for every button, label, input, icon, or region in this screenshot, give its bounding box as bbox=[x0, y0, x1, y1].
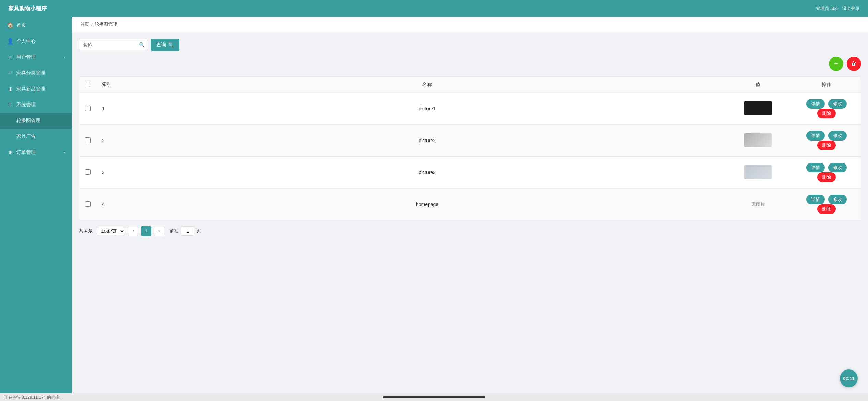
thumbnail-image bbox=[744, 133, 772, 147]
clock-time: 02:11 bbox=[843, 376, 854, 381]
row-index: 2 bbox=[96, 125, 131, 157]
row-index: 4 bbox=[96, 189, 131, 220]
page-goto: 前往 页 bbox=[170, 226, 201, 236]
detail-button[interactable]: 详情 bbox=[806, 131, 825, 141]
row-checkbox[interactable] bbox=[85, 106, 91, 111]
col-checkbox bbox=[79, 77, 96, 93]
logout-button[interactable]: 退出登录 bbox=[842, 5, 860, 12]
admin-label: 管理员 abo bbox=[816, 5, 838, 12]
row-index: 1 bbox=[96, 93, 131, 125]
row-checkbox-cell bbox=[79, 93, 96, 125]
table-row: 4 homepage 无图片 详情 修改 删除 bbox=[79, 189, 861, 220]
breadcrumb-current: 轮播图管理 bbox=[95, 21, 117, 27]
sidebar-item-carousel-mgmt[interactable]: 轮播图管理 bbox=[0, 113, 72, 129]
add-button[interactable]: + bbox=[829, 57, 843, 71]
status-text: 正在等待 8.129.11.174 的响应... bbox=[4, 394, 63, 400]
delete-button[interactable]: 删除 bbox=[817, 172, 836, 182]
page-1-button[interactable]: 1 bbox=[141, 226, 151, 236]
data-table: 索引 名称 值 操作 1 picture1 详情 修改 删除 bbox=[79, 76, 861, 220]
breadcrumb-home: 首页 bbox=[80, 21, 89, 27]
header-right: 管理员 abo 退出登录 bbox=[816, 5, 860, 12]
row-value bbox=[724, 125, 792, 157]
delete-button[interactable]: 删除 bbox=[817, 141, 836, 150]
row-actions: 详情 修改 删除 bbox=[792, 189, 861, 220]
select-all-checkbox[interactable] bbox=[86, 82, 90, 86]
app-title: 家具购物小程序 bbox=[8, 5, 47, 12]
col-actions: 操作 bbox=[792, 77, 861, 93]
row-checkbox[interactable] bbox=[85, 137, 91, 143]
goto-input[interactable] bbox=[181, 226, 194, 236]
page-size-select[interactable]: 10条/页 20条/页 50条/页 bbox=[97, 227, 125, 235]
sidebar-label-system-mgmt: 系统管理 bbox=[16, 102, 65, 108]
prev-page-button[interactable]: ‹ bbox=[128, 226, 138, 236]
list-icon-2: ≡ bbox=[7, 70, 14, 76]
row-actions: 详情 修改 删除 bbox=[792, 125, 861, 157]
app-header: 家具购物小程序 管理员 abo 退出登录 bbox=[0, 0, 868, 17]
batch-delete-button[interactable]: 🗑 bbox=[847, 57, 861, 71]
main-content: 首页 / 轮播图管理 🔍 查询 🔍 + 🗑 bbox=[72, 17, 868, 393]
sidebar-item-system-mgmt[interactable]: ≡ 系统管理 bbox=[0, 97, 72, 113]
breadcrumb: 首页 / 轮播图管理 bbox=[72, 17, 868, 32]
sidebar-item-furniture-category[interactable]: ≡ 家具分类管理 bbox=[0, 65, 72, 81]
sidebar-item-user-mgmt[interactable]: ≡ 用户管理 › bbox=[0, 49, 72, 65]
col-value: 值 bbox=[724, 77, 792, 93]
table-row: 2 picture2 详情 修改 删除 bbox=[79, 125, 861, 157]
sidebar-item-order-mgmt[interactable]: ⊕ 订单管理 › bbox=[0, 144, 72, 160]
row-name: picture3 bbox=[131, 157, 724, 189]
sidebar-item-furniture-ad[interactable]: 家具广告 bbox=[0, 129, 72, 144]
table-body: 1 picture1 详情 修改 删除 2 picture2 详情 修改 删除 … bbox=[79, 93, 861, 220]
search-button-icon: 🔍 bbox=[168, 42, 174, 48]
list-icon-1: ≡ bbox=[7, 54, 14, 60]
search-input-wrapper: 🔍 bbox=[79, 39, 147, 51]
row-name: picture2 bbox=[131, 125, 724, 157]
detail-button[interactable]: 详情 bbox=[806, 195, 825, 204]
search-input[interactable] bbox=[79, 39, 147, 51]
next-page-button[interactable]: › bbox=[154, 226, 164, 236]
detail-button[interactable]: 详情 bbox=[806, 99, 825, 109]
sidebar-item-furniture-new[interactable]: ⊕ 家具新品管理 bbox=[0, 81, 72, 97]
row-actions: 详情 修改 删除 bbox=[792, 157, 861, 189]
sidebar-item-profile[interactable]: 👤 个人中心 bbox=[0, 33, 72, 49]
sidebar-label-home: 首页 bbox=[16, 22, 65, 28]
chevron-right-icon-2: › bbox=[64, 150, 65, 155]
row-value: 无图片 bbox=[724, 189, 792, 220]
table-row: 3 picture3 详情 修改 删除 bbox=[79, 157, 861, 189]
plus-circle-icon: ⊕ bbox=[7, 86, 14, 92]
edit-button[interactable]: 修改 bbox=[828, 131, 847, 141]
clock-badge: 02:11 bbox=[840, 369, 858, 387]
row-actions: 详情 修改 删除 bbox=[792, 93, 861, 125]
search-button[interactable]: 查询 🔍 bbox=[151, 39, 179, 51]
edit-button[interactable]: 修改 bbox=[828, 99, 847, 109]
sidebar-label-order-mgmt: 订单管理 bbox=[16, 149, 61, 156]
no-image-label: 无图片 bbox=[751, 202, 765, 207]
delete-button[interactable]: 删除 bbox=[817, 109, 836, 118]
scroll-indicator bbox=[383, 396, 485, 398]
carousel-table: 索引 名称 值 操作 1 picture1 详情 修改 删除 bbox=[79, 77, 861, 220]
page-total: 共 4 条 bbox=[79, 228, 93, 234]
detail-button[interactable]: 详情 bbox=[806, 163, 825, 172]
row-checkbox[interactable] bbox=[85, 169, 91, 175]
delete-button[interactable]: 删除 bbox=[817, 204, 836, 214]
sidebar-label-user-mgmt: 用户管理 bbox=[16, 54, 61, 60]
thumbnail-image bbox=[744, 101, 772, 115]
sidebar-label-carousel-mgmt: 轮播图管理 bbox=[16, 118, 65, 124]
table-row: 1 picture1 详情 修改 删除 bbox=[79, 93, 861, 125]
row-index: 3 bbox=[96, 157, 131, 189]
search-button-label: 查询 bbox=[156, 42, 166, 48]
row-name: homepage bbox=[131, 189, 724, 220]
row-value bbox=[724, 93, 792, 125]
sidebar-label-furniture-category: 家具分类管理 bbox=[16, 70, 65, 76]
row-checkbox-cell bbox=[79, 125, 96, 157]
pagination: 共 4 条 10条/页 20条/页 50条/页 ‹ 1 › 前往 页 bbox=[79, 220, 861, 242]
sidebar-label-furniture-new: 家具新品管理 bbox=[16, 86, 65, 92]
thumbnail-image bbox=[744, 165, 772, 179]
row-checkbox-cell bbox=[79, 157, 96, 189]
edit-button[interactable]: 修改 bbox=[828, 163, 847, 172]
edit-button[interactable]: 修改 bbox=[828, 195, 847, 204]
row-checkbox[interactable] bbox=[85, 201, 91, 207]
sidebar: 🏠 首页 👤 个人中心 ≡ 用户管理 › ≡ 家具分类管理 ⊕ 家具新品管理 ≡… bbox=[0, 17, 72, 393]
profile-icon: 👤 bbox=[7, 38, 14, 45]
sidebar-item-home[interactable]: 🏠 首页 bbox=[0, 17, 72, 33]
col-index: 索引 bbox=[96, 77, 131, 93]
order-icon: ⊕ bbox=[7, 149, 14, 156]
